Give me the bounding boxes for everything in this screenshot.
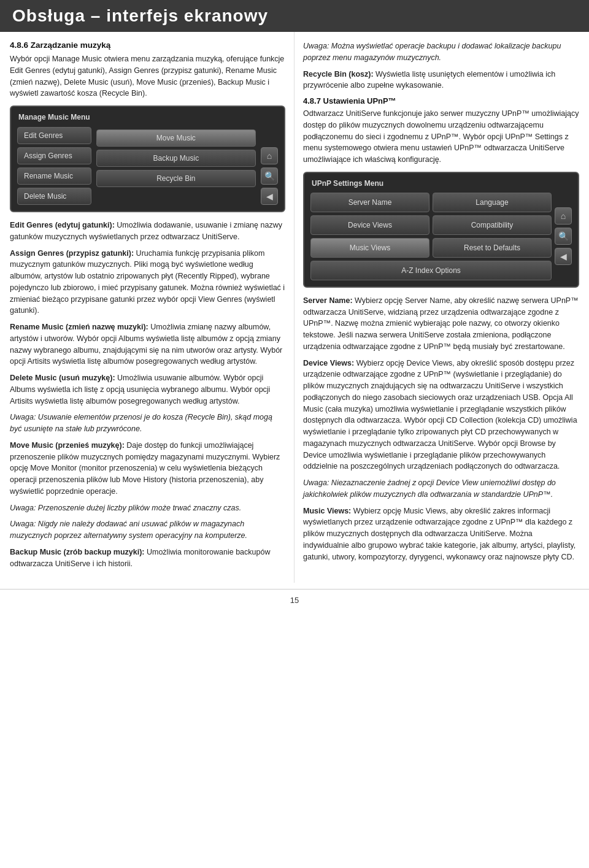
upnp-icon-column: ⌂ 🔍 ◀ <box>555 207 572 265</box>
reset-defaults-button[interactable]: Reset to Defaults <box>433 238 552 258</box>
upnp-settings-menu-widget: UPnP Settings Menu Server Name Language … <box>303 172 579 288</box>
upnp-grid: Server Name Language Device Views Compat… <box>310 193 552 258</box>
assign-genres-text: Assign Genres (przypisz gatunki): Urucha… <box>10 248 285 317</box>
recycle-bin-text: Recycle Bin (kosz): Wyświetla listę usun… <box>303 69 579 92</box>
delete-music-button[interactable]: Delete Music <box>17 188 91 205</box>
upnp-section-heading: 4.8.7 Ustawienia UPnP™ <box>303 96 579 106</box>
delete-music-text: Delete Music (usuń muzykę): Umożliwia us… <box>10 372 285 407</box>
device-views-text: Device Views: Wybierz opcję Device Views… <box>303 358 579 473</box>
rename-music-text: Rename Music (zmień nazwę muzyki): Umożl… <box>10 321 285 367</box>
upnp-back-icon[interactable]: ◀ <box>555 248 572 265</box>
upnp-search-icon[interactable]: 🔍 <box>555 228 572 245</box>
intro-text: Wybór opcji Manage Music otwiera menu za… <box>10 53 285 99</box>
music-views-button[interactable]: Music Views <box>310 238 429 258</box>
mmw-left: Manage Music Menu Edit Genres Assign Gen… <box>17 113 91 205</box>
language-button[interactable]: Language <box>433 193 552 212</box>
left-column: 4.8.6 Zarządzanie muzyką Wybór opcji Man… <box>0 32 294 583</box>
section-heading-zarządzanie: 4.8.6 Zarządzanie muzyką <box>10 40 285 50</box>
search-icon[interactable]: 🔍 <box>261 167 278 185</box>
note-backup: Uwaga: Można wyświetlać operacje backupu… <box>303 40 579 64</box>
note-device: Uwaga: Niezaznaczenie żadnej z opcji Dev… <box>303 477 579 501</box>
page-title: Obsługa – interfejs ekranowy <box>12 6 268 26</box>
note-delete: Uwaga: Usuwanie elementów przenosi je do… <box>10 412 285 435</box>
note-move1: Uwaga: Przenoszenie dużej liczby plików … <box>10 502 285 514</box>
upnp-grid-area: Server Name Language Device Views Compat… <box>310 193 552 280</box>
mmw-title: Manage Music Menu <box>17 113 91 121</box>
note-move2: Uwaga: Nigdy nie należy dodawać ani usuw… <box>10 518 285 542</box>
right-column: Uwaga: Można wyświetlać operacje backupu… <box>294 32 589 583</box>
edit-genres-button[interactable]: Edit Genres <box>17 127 91 144</box>
move-music-text: Move Music (przenieś muzykę): Daje dostę… <box>10 440 285 497</box>
compatibility-button[interactable]: Compatibility <box>433 215 552 235</box>
home-icon[interactable]: ⌂ <box>261 147 278 164</box>
server-name-button[interactable]: Server Name <box>310 193 429 212</box>
upnp-row: Server Name Language Device Views Compat… <box>310 193 572 280</box>
device-views-button[interactable]: Device Views <box>310 215 429 235</box>
mmw-right: Move Music Backup Music Recycle Bin <box>96 113 256 205</box>
az-index-options-button[interactable]: A-Z Index Options <box>310 261 552 280</box>
manage-music-menu-widget: Manage Music Menu Edit Genres Assign Gen… <box>10 106 285 212</box>
upnp-intro-text: Odtwarzacz UnitiServe funkcjonuje jako s… <box>303 108 579 166</box>
page-number: 15 <box>0 589 589 611</box>
upnp-menu-title: UPnP Settings Menu <box>310 179 572 188</box>
mmw-icon-column: ⌂ 🔍 ◀ <box>261 113 278 205</box>
page-header: Obsługa – interfejs ekranowy <box>0 0 589 32</box>
edit-genres-text: Edit Genres (edytuj gatunki): Umożliwia … <box>10 220 285 243</box>
recycle-bin-button[interactable]: Recycle Bin <box>96 170 256 187</box>
upnp-home-icon[interactable]: ⌂ <box>555 207 572 225</box>
music-views-text: Music Views: Wybierz opcję Music Views, … <box>303 505 579 563</box>
server-name-text: Server Name: Wybierz opcję Server Name, … <box>303 295 579 353</box>
rename-music-button[interactable]: Rename Music <box>17 167 91 185</box>
backup-music-button[interactable]: Backup Music <box>96 150 256 167</box>
assign-genres-button[interactable]: Assign Genres <box>17 147 91 164</box>
back-icon[interactable]: ◀ <box>261 188 278 205</box>
move-music-button[interactable]: Move Music <box>96 129 256 147</box>
backup-music-text: Backup Music (zrób backup muzyki): Umożl… <box>10 547 285 570</box>
